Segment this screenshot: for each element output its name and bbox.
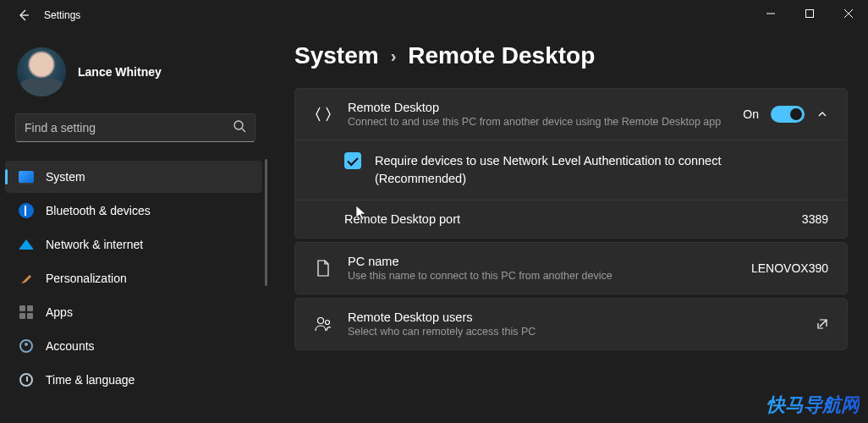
sidebar-item-personalization[interactable]: Personalization — [5, 262, 262, 294]
clock-icon — [19, 372, 34, 387]
remote-desktop-toggle[interactable] — [771, 106, 805, 123]
port-row[interactable]: Remote Desktop port 3389 — [295, 200, 847, 238]
sidebar-item-label: Bluetooth & devices — [46, 204, 151, 217]
brush-icon — [19, 271, 34, 286]
port-label: Remote Desktop port — [344, 212, 787, 226]
open-link-icon[interactable] — [816, 318, 828, 330]
search-icon — [233, 120, 246, 136]
sidebar-item-network[interactable]: Network & internet — [5, 228, 262, 261]
remote-desktop-card: Remote Desktop Connect to and use this P… — [294, 88, 848, 239]
document-icon — [314, 259, 332, 277]
users-icon — [314, 315, 332, 333]
app-title: Settings — [44, 9, 80, 21]
username: Lance Whitney — [78, 65, 162, 79]
sidebar-scrollbar[interactable] — [265, 159, 267, 286]
chevron-right-icon: › — [391, 47, 397, 66]
sidebar-item-label: Apps — [46, 305, 73, 319]
sidebar-item-label: Accounts — [46, 339, 95, 353]
svg-point-6 — [318, 318, 324, 324]
sidebar-item-label: Time & language — [46, 373, 135, 387]
breadcrumb: System › Remote Desktop — [294, 42, 848, 69]
card-title: Remote Desktop users — [348, 310, 801, 324]
remote-desktop-toggle-row[interactable]: Remote Desktop Connect to and use this P… — [295, 89, 847, 140]
toggle-state-label: On — [743, 107, 759, 121]
sidebar-item-label: System — [46, 170, 85, 184]
minimize-button[interactable] — [751, 0, 790, 27]
sidebar: Lance Whitney System Bluetooth & devices… — [0, 30, 271, 423]
page-title: Remote Desktop — [408, 42, 595, 69]
sidebar-item-label: Personalization — [46, 272, 127, 285]
profile-area[interactable]: Lance Whitney — [0, 30, 271, 113]
card-desc: Connect to and use this PC from another … — [348, 116, 728, 128]
card-title: Remote Desktop — [348, 101, 728, 114]
users-card[interactable]: Remote Desktop users Select who can remo… — [294, 298, 848, 350]
svg-rect-1 — [806, 10, 814, 18]
apps-icon — [19, 305, 34, 320]
person-icon — [19, 338, 34, 354]
remote-desktop-icon — [314, 105, 332, 124]
system-icon — [19, 169, 34, 184]
sidebar-item-time-language[interactable]: Time & language — [5, 364, 262, 396]
sidebar-item-accounts[interactable]: Accounts — [5, 330, 262, 362]
svg-line-5 — [242, 129, 245, 132]
pcname-card[interactable]: PC name Use this name to connect to this… — [294, 242, 848, 294]
bluetooth-icon — [19, 203, 34, 218]
card-desc: Use this name to connect to this PC from… — [348, 270, 736, 282]
main-panel: System › Remote Desktop Remote Desktop C… — [271, 30, 868, 423]
chevron-up-icon[interactable] — [816, 108, 828, 120]
port-value: 3389 — [802, 212, 828, 226]
card-desc: Select who can remotely access this PC — [348, 326, 801, 338]
card-title: PC name — [348, 255, 736, 268]
pcname-value: LENOVOX390 — [751, 261, 828, 275]
sidebar-item-apps[interactable]: Apps — [5, 296, 262, 328]
sidebar-item-bluetooth[interactable]: Bluetooth & devices — [5, 195, 262, 227]
nla-row[interactable]: Require devices to use Network Level Aut… — [295, 140, 847, 200]
sidebar-item-system[interactable]: System — [5, 161, 262, 193]
back-button[interactable] — [7, 0, 41, 30]
svg-point-7 — [326, 321, 330, 325]
close-button[interactable] — [829, 0, 868, 27]
nla-checkbox[interactable] — [344, 152, 361, 169]
watermark: 快马导航网 — [766, 393, 860, 418]
sidebar-item-label: Network & internet — [46, 238, 143, 251]
nav-list: System Bluetooth & devices Network & int… — [0, 154, 271, 423]
search-box[interactable] — [15, 113, 255, 142]
maximize-button[interactable] — [790, 0, 829, 27]
nla-label: Require devices to use Network Level Aut… — [375, 152, 721, 188]
avatar — [17, 47, 66, 96]
search-input[interactable] — [25, 121, 233, 135]
wifi-icon — [19, 237, 34, 252]
breadcrumb-parent[interactable]: System — [294, 42, 379, 69]
svg-point-4 — [234, 121, 243, 129]
